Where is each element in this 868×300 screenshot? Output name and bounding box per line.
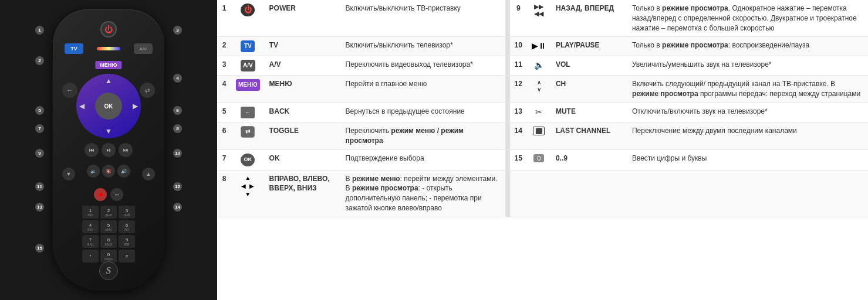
num-8[interactable]: 8ШЩЭ [100,235,117,248]
nav-right-arrow[interactable]: ▶ [133,102,138,110]
num-2[interactable]: 2ДЕЖ [100,206,117,219]
table-sep [505,76,510,103]
row-num-11: 11 [510,56,527,76]
row-desc-5: Вернуться в предыдущее состояние [341,103,505,122]
row-name-7: OK [265,149,341,170]
row-desc-12: Включить следующий/ предыдущий канал на … [627,76,868,103]
row-num-15: 15 [510,149,527,170]
row-icon-8: ▲ ◀▶ ▼ [231,170,265,217]
row-icon-2: TV [231,37,265,56]
row-name-9: НАЗАД, ВПЕРЕД [551,0,627,37]
num-star[interactable]: * [82,250,99,262]
row-num-14: 14 [510,122,527,149]
label-8: 8 [173,124,182,133]
label-3: 3 [173,26,182,35]
power-button[interactable] [100,21,117,38]
table-sep [505,103,510,122]
menu-button[interactable]: МЕНЮ [95,61,121,69]
label-12: 12 [173,182,182,191]
label-13: 13 [35,203,44,212]
last-channel-button[interactable]: ↩ [110,188,123,201]
mute-button[interactable]: 🔇 [102,165,115,178]
rewind-button[interactable]: ⏮ [85,143,99,157]
num-3[interactable]: 3ЗИЙ [119,206,135,219]
logo: S [99,261,118,280]
button-description-table: 1 ⏻ POWER Включить/выключить ТВ-приставк… [217,0,868,217]
table-row: 3 A/V A/V Переключить видеовыход телевиз… [217,56,868,76]
label-6: 6 [173,106,182,115]
remote-control-section: 1 2 3 4 5 6 7 8 9 10 11 12 13 14 15 TV A… [0,0,217,300]
label-11: 11 [35,182,44,191]
table-sep [505,122,510,149]
table-row: 8 ▲ ◀▶ ▼ ВПРАВО, ВЛЕВО, ВВЕРХ, ВНИЗ В ре… [217,170,868,217]
nav-ring[interactable]: ▲ ▼ ◀ ▶ OK [76,74,141,138]
row-icon-5: ← [231,103,265,122]
table-row: 1 ⏻ POWER Включить/выключить ТВ-приставк… [217,0,868,37]
row-num-6: 6 [217,122,231,149]
nav-left-arrow[interactable]: ◀ [79,102,85,110]
nav-up-arrow[interactable]: ▲ [105,77,112,85]
num-0[interactable]: 0стерть [100,250,117,262]
back-icon: ← [241,107,255,118]
record-button[interactable]: ⏺ [94,188,107,201]
row-num-2: 2 [217,37,231,56]
av-icon: A/V [241,60,255,71]
row-icon-9: ▶▶ ◀◀ [527,0,551,37]
vol-down-button[interactable]: 🔉 [87,165,100,178]
row-num-4: 4 [217,76,231,103]
play-pause-button[interactable]: ⏯ [102,143,116,157]
ch-down-button[interactable]: ▼ [62,168,75,180]
num-6[interactable]: 6РСТ [119,220,135,233]
remote-body: 1 2 3 4 5 6 7 8 9 10 11 12 13 14 15 TV A… [53,9,164,291]
label-14: 14 [173,203,182,212]
label-15: 15 [35,244,44,253]
av-button[interactable]: A/V [134,43,153,54]
zero-icon: 0 [533,154,544,162]
num-7[interactable]: 7ФХЦ [82,235,99,248]
num-9[interactable]: 9ЮЯ [119,235,135,248]
power-icon: ⏻ [241,4,255,16]
row-name-4: МЕНЮ [265,76,341,103]
row-icon-14: ⬛ [527,122,551,149]
row-desc-1: Включить/выключить ТВ-приставку [341,0,505,37]
row-name-15: 0..9 [551,149,627,170]
arrows-icon: ▲ ◀▶ ▼ [236,174,260,199]
row-num-5: 5 [217,103,231,122]
row-name-11: VOL [551,56,627,76]
label-2: 2 [35,56,44,65]
label-1: 1 [35,26,44,35]
back-button[interactable]: ← [62,83,77,98]
toggle-icon: ⇄ [241,126,255,138]
row-name-1: POWER [265,0,341,37]
row-name-13: MUTE [551,103,627,122]
row-icon-10: ▶⏸ [527,37,551,56]
label-10: 10 [173,149,182,158]
vol-up-button[interactable]: 🔊 [117,165,130,178]
row-desc-6: Переключить режим меню / режим просмотра [341,122,505,149]
row-icon-6: ⇄ [231,122,265,149]
ok-button[interactable]: OK [95,93,122,120]
row-num-7: 7 [217,149,231,170]
row-desc-3: Переключить видеовыход телевизора* [341,56,505,76]
nav-down-arrow[interactable]: ▼ [105,127,112,135]
row-desc-13: Отключить/включить звук на телевизоре* [627,103,868,122]
fast-forward-button[interactable]: ⏭ [119,143,133,157]
table-row: 2 TV TV Включить/выключить телевизор* 10… [217,37,868,56]
num-4[interactable]: 4ЙКЛ [82,220,99,233]
num-5[interactable]: 5МНО [100,220,117,233]
row-desc-4: Перейти в главное меню [341,76,505,103]
num-1[interactable]: 1АБВ [82,206,99,219]
table-sep [505,0,510,37]
tv-icon: TV [241,40,255,52]
tv-button[interactable]: TV [65,43,83,54]
row-name-14: LAST CHANNEL [551,122,627,149]
ch-up-button[interactable]: ▲ [142,168,155,180]
last-channel-icon: ⬛ [533,127,545,135]
num-hash[interactable]: # [119,250,135,262]
row-num-8: 8 [217,170,231,217]
label-4: 4 [173,74,182,83]
toggle-button[interactable]: ⇄ [140,83,155,98]
row-name-8: ВПРАВО, ВЛЕВО, ВВЕРХ, ВНИЗ [265,170,341,217]
row-num-3: 3 [217,56,231,76]
table-sep [505,56,510,76]
